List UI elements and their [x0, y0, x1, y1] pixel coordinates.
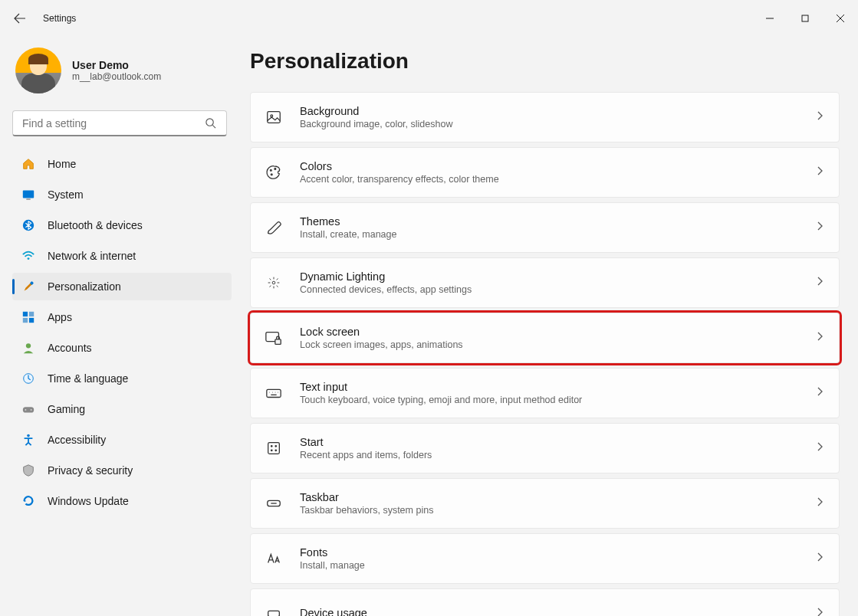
close-button[interactable]	[823, 6, 858, 31]
person-icon	[21, 341, 35, 355]
sidebar-item-gaming[interactable]: Gaming	[12, 395, 232, 423]
back-button[interactable]	[12, 11, 28, 26]
search-input[interactable]	[12, 110, 227, 136]
card-text-input[interactable]: Text input Touch keyboard, voice typing,…	[250, 368, 840, 418]
svg-point-18	[25, 409, 27, 411]
keyboard-icon	[265, 384, 283, 402]
sidebar-item-label: Apps	[48, 311, 72, 323]
user-name: User Demo	[72, 59, 161, 71]
sidebar-item-accounts[interactable]: Accounts	[12, 334, 232, 362]
lock-screen-icon	[265, 329, 283, 347]
svg-point-34	[275, 450, 276, 451]
user-email: m__lab@outlook.com	[72, 71, 161, 82]
card-title: Text input	[300, 381, 814, 393]
card-title: Themes	[300, 215, 814, 228]
gamepad-icon	[21, 402, 35, 416]
device-icon	[265, 605, 283, 616]
sidebar-item-label: Network & internet	[48, 250, 136, 262]
system-icon	[21, 188, 35, 202]
chevron-right-icon	[814, 607, 825, 616]
font-icon	[265, 549, 283, 568]
card-taskbar[interactable]: Taskbar Taskbar behaviors, system pins	[250, 478, 840, 529]
sidebar-item-label: Home	[48, 158, 76, 170]
brush-icon	[265, 218, 283, 237]
sidebar: User Demo m__lab@outlook.com Home Syst	[0, 37, 238, 616]
avatar	[15, 48, 61, 93]
search-icon	[205, 117, 216, 132]
image-icon	[265, 108, 283, 126]
shield-icon	[21, 464, 35, 477]
svg-point-25	[274, 169, 276, 170]
svg-rect-7	[26, 198, 30, 199]
sidebar-item-update[interactable]: Windows Update	[12, 487, 232, 515]
chevron-right-icon	[814, 221, 825, 234]
svg-rect-11	[23, 312, 28, 316]
svg-rect-12	[29, 312, 34, 316]
accessibility-icon	[21, 433, 35, 447]
chevron-right-icon	[814, 165, 825, 179]
card-subtitle: Background image, color, slideshow	[300, 119, 814, 129]
svg-rect-14	[29, 318, 34, 323]
sidebar-item-system[interactable]: System	[12, 181, 232, 208]
card-background[interactable]: Background Background image, color, slid…	[250, 92, 840, 143]
card-title: Fonts	[300, 546, 814, 559]
svg-rect-30	[268, 443, 280, 454]
svg-rect-29	[267, 389, 281, 397]
sidebar-item-label: Privacy & security	[48, 464, 133, 477]
sidebar-item-privacy[interactable]: Privacy & security	[12, 457, 232, 484]
sidebar-item-personalization[interactable]: Personalization	[12, 273, 232, 300]
paintbrush-icon	[21, 280, 35, 293]
svg-point-31	[271, 446, 272, 447]
sidebar-item-accessibility[interactable]: Accessibility	[12, 426, 232, 454]
card-title: Colors	[300, 160, 814, 172]
svg-rect-1	[802, 15, 808, 21]
sidebar-item-network[interactable]: Network & internet	[12, 242, 232, 270]
chevron-right-icon	[814, 110, 825, 124]
chevron-right-icon	[814, 496, 825, 510]
sidebar-item-label: Bluetooth & devices	[48, 219, 143, 231]
svg-line-5	[212, 125, 215, 128]
svg-point-26	[272, 281, 275, 284]
maximize-button[interactable]	[787, 6, 823, 31]
home-icon	[21, 157, 35, 171]
svg-point-9	[28, 257, 30, 260]
sidebar-item-label: Personalization	[48, 280, 121, 293]
sidebar-item-home[interactable]: Home	[12, 150, 232, 178]
card-lock-screen[interactable]: Lock screen Lock screen images, apps, an…	[250, 313, 840, 363]
svg-point-24	[271, 174, 272, 175]
svg-rect-17	[23, 407, 34, 412]
apps-icon	[21, 310, 35, 324]
sidebar-item-label: Time & language	[48, 372, 128, 385]
card-title: Start	[300, 436, 814, 448]
card-subtitle: Accent color, transparency effects, colo…	[300, 174, 814, 185]
svg-point-4	[206, 119, 213, 126]
sidebar-item-label: Windows Update	[48, 495, 129, 507]
svg-rect-28	[275, 339, 281, 344]
minimize-button[interactable]	[752, 6, 787, 31]
card-themes[interactable]: Themes Install, create, manage	[250, 202, 840, 253]
card-fonts[interactable]: Fonts Install, manage	[250, 533, 840, 584]
sidebar-item-apps[interactable]: Apps	[12, 303, 232, 331]
sidebar-item-label: Accounts	[48, 342, 92, 354]
user-block[interactable]: User Demo m__lab@outlook.com	[12, 43, 232, 107]
card-subtitle: Connected devices, effects, app settings	[300, 284, 814, 295]
card-title: Lock screen	[300, 326, 814, 338]
sidebar-item-bluetooth[interactable]: Bluetooth & devices	[12, 211, 232, 239]
svg-rect-21	[268, 112, 281, 123]
chevron-right-icon	[814, 441, 825, 455]
chevron-right-icon	[814, 386, 825, 400]
card-start[interactable]: Start Recent apps and items, folders	[250, 423, 840, 473]
card-dynamic-lighting[interactable]: Dynamic Lighting Connected devices, effe…	[250, 257, 840, 308]
sparkle-icon	[265, 274, 283, 292]
card-colors[interactable]: Colors Accent color, transparency effect…	[250, 147, 840, 198]
card-device-usage[interactable]: Device usage	[250, 588, 840, 616]
card-subtitle: Recent apps and items, folders	[300, 450, 814, 460]
window-controls	[752, 6, 858, 31]
sidebar-item-time[interactable]: Time & language	[12, 365, 232, 392]
svg-rect-6	[23, 191, 34, 198]
card-subtitle: Install, create, manage	[300, 229, 814, 240]
card-subtitle: Lock screen images, apps, animations	[300, 339, 814, 350]
clock-globe-icon	[21, 372, 35, 385]
card-title: Background	[300, 105, 814, 117]
card-subtitle: Install, manage	[300, 560, 814, 571]
